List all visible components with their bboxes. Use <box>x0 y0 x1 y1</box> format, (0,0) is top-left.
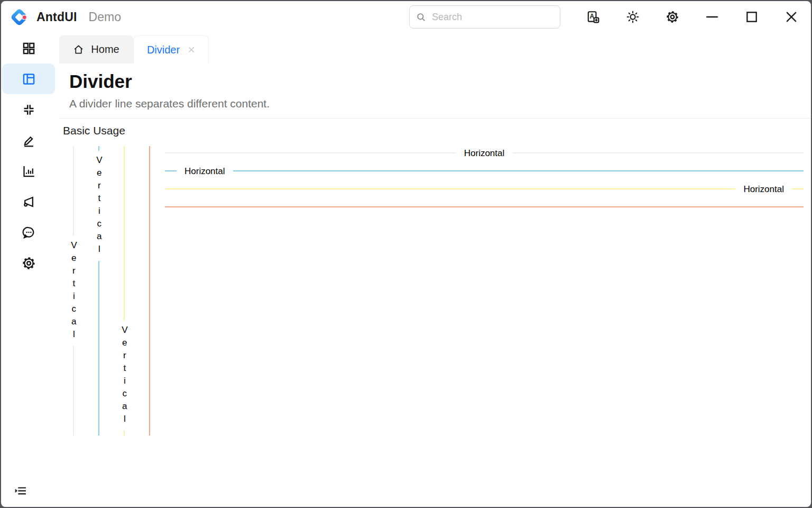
sidebar <box>1 33 56 507</box>
divider-line-segment <box>165 206 804 207</box>
bar-chart-icon <box>22 164 36 178</box>
sidebar-item-chat[interactable] <box>2 217 55 248</box>
close-icon <box>785 10 798 24</box>
vertical-divider-blue: Vertical <box>86 146 112 436</box>
divider-line-segment <box>149 146 150 436</box>
tab-divider[interactable]: Divider <box>133 35 209 64</box>
vertical-divider-default: Vertical <box>61 146 86 436</box>
sidebar-item-announcement[interactable] <box>2 186 55 217</box>
theme-toggle-button[interactable] <box>626 10 640 24</box>
divider-line-segment <box>73 146 74 236</box>
search-input[interactable] <box>431 11 556 23</box>
divider-label: Horizontal <box>177 167 233 176</box>
divider-line-segment <box>124 431 125 436</box>
grid-icon <box>22 41 36 56</box>
layout-icon <box>22 72 36 86</box>
page-title: Divider <box>69 70 811 93</box>
sidebar-collapse-button[interactable] <box>14 484 27 500</box>
translate-button[interactable]: A <box>586 10 600 24</box>
divider-line-segment <box>165 188 735 189</box>
divider-line-segment <box>124 146 125 321</box>
page-description: A divider line separates different conte… <box>69 97 811 110</box>
section-title: Basic Usage <box>63 124 811 137</box>
divider-label: Horizontal <box>735 185 792 194</box>
header-divider-line <box>59 118 811 119</box>
settings-gear-icon <box>666 10 679 24</box>
settings-button[interactable] <box>666 10 679 24</box>
divider-line-segment <box>792 188 804 189</box>
gear-icon <box>22 256 36 270</box>
divider-label: Vertical <box>69 236 79 346</box>
vertical-dividers-group: Vertical Vertical Vertical <box>61 146 162 436</box>
search-box[interactable] <box>409 5 560 29</box>
divider-line-segment <box>73 346 74 436</box>
megaphone-icon <box>22 195 36 209</box>
sidebar-item-settings[interactable] <box>2 248 55 278</box>
maximize-button[interactable] <box>745 10 759 24</box>
menu-unfold-icon <box>14 484 27 497</box>
vertical-divider-yellow: Vertical <box>112 146 137 436</box>
divider-line-segment <box>165 170 177 171</box>
vertical-divider-red <box>137 146 162 436</box>
page-content: Divider A divider line separates differe… <box>56 64 811 507</box>
divider-label: Horizontal <box>456 149 513 158</box>
translate-icon: A <box>586 10 600 24</box>
app-title: AntdUI <box>36 10 77 24</box>
horizontal-divider-yellow: Horizontal <box>165 180 804 198</box>
horizontal-dividers-group: Horizontal Horizontal Horizontal <box>165 144 811 436</box>
maximize-icon <box>745 10 759 24</box>
search-icon <box>416 12 426 22</box>
titlebar: AntdUI Demo A <box>1 1 811 33</box>
divider-line-segment <box>512 152 804 153</box>
chat-bubble-icon <box>22 225 36 240</box>
divider-line-segment <box>165 152 456 153</box>
divider-line-segment <box>98 146 99 151</box>
app-subtitle: Demo <box>89 10 121 24</box>
home-icon <box>73 44 84 55</box>
minimize-icon <box>705 10 719 24</box>
tab-close-icon <box>188 46 195 53</box>
sidebar-item-shrink[interactable] <box>2 94 55 125</box>
divider-label: Vertical <box>119 321 130 431</box>
tab-home-label: Home <box>91 43 119 56</box>
theme-light-icon <box>626 10 640 24</box>
divider-line-segment <box>98 261 99 436</box>
app-window: AntdUI Demo A <box>0 0 812 508</box>
horizontal-divider-blue: Horizontal <box>165 162 804 180</box>
tab-divider-label: Divider <box>147 44 180 56</box>
tab-home[interactable]: Home <box>59 35 133 64</box>
minimize-button[interactable] <box>705 10 719 24</box>
sidebar-item-layout[interactable] <box>2 64 55 94</box>
divider-line-segment <box>233 170 804 171</box>
antdui-logo-icon <box>10 7 29 27</box>
close-button[interactable] <box>785 10 798 24</box>
horizontal-divider-default: Horizontal <box>165 144 804 162</box>
shrink-icon <box>22 103 36 117</box>
edit-pencil-icon <box>22 133 36 148</box>
divider-demo-area: Vertical Vertical Vertical <box>61 146 811 436</box>
sidebar-item-edit[interactable] <box>2 125 55 156</box>
divider-label: Vertical <box>94 151 104 261</box>
horizontal-divider-red <box>165 198 804 216</box>
sidebar-item-chart[interactable] <box>2 156 55 186</box>
tab-bar: Home Divider <box>56 33 811 64</box>
sidebar-item-overview[interactable] <box>2 33 55 64</box>
tab-close-button[interactable] <box>188 46 195 53</box>
